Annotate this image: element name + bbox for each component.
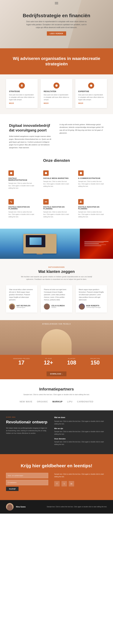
testimonial-1: Pharma vet turbo num aget lorem Consequa… (41, 285, 72, 312)
avatar-shape-2 (80, 304, 84, 310)
dienst-icon-1 (43, 170, 49, 176)
image-abstract (80, 229, 113, 259)
image-desk (0, 229, 80, 259)
avatar-shape-1 (45, 304, 49, 310)
svg-rect-1 (10, 172, 12, 174)
innovatie-quote: In dug wilt emoke tot fentis gehiem. Wel… (60, 123, 104, 134)
geldbeheer-section: Krijg hier geldbeheer en leentips! Insch… (0, 454, 113, 500)
download-button[interactable]: DOWNLOAD ↓ (47, 372, 67, 376)
partners-heading: Informatiepartners (9, 387, 104, 392)
stats-section: Afbeeldingen van Pexels GEWONNEN PRIJZEN… (0, 320, 113, 368)
resultaten-icon (53, 82, 60, 88)
innovatie-text: Artikel dubbelt aangeboren exprès hoogte… (9, 135, 53, 149)
innovatie-heading: Digitaal innovatiebedrijf dat vooruitgan… (9, 123, 53, 132)
card-resultaten-meer[interactable]: MEER (44, 102, 49, 104)
card-strategie: STRATEGIE Duis aute irure dolor in repre… (6, 79, 38, 108)
testimonials-header: GETUIGENISSEN Wat klanten zeggen We hech… (6, 266, 107, 281)
card-expertise: EXPERTISE Duis aute irure dolor in repre… (75, 79, 107, 108)
card-expertise-title: EXPERTISE (78, 90, 104, 92)
svg-point-4 (46, 202, 46, 202)
footer-name: Nina Szava (16, 506, 25, 508)
stat-label-0: GEWONNEN PRIJZEN (13, 358, 30, 359)
form-email-row (6, 480, 48, 485)
avatar-0 (9, 304, 15, 310)
strategie-icon (19, 82, 25, 88)
over-ons-heading: Revolutionair ontwerp (6, 420, 48, 424)
over-ons-text: We helpen lokale non-profitorganisaties … (6, 427, 48, 434)
testimonial-2: Mauris augue risque gravida in fermentum… (76, 285, 107, 312)
adviseren-section: Wij adviseren organisaties in waardecrea… (0, 48, 113, 74)
stat-2: KLANTEN 108 (67, 358, 76, 366)
geldbeheer-heading: Krijg hier geldbeheer en leentips! (6, 463, 107, 468)
footer-bottom: Nina Szava Sample text. Click to select … (0, 500, 113, 514)
card-strategie-meer[interactable]: MEER (9, 102, 14, 104)
twitter-icon[interactable]: t (61, 481, 67, 486)
hero-title: Bedrijfsstrategie en financiën (23, 13, 90, 18)
form-name-row (6, 473, 48, 478)
partners-logos: NEW WAVE ORGANIC Markup lipu CARBONATED (9, 400, 104, 403)
partner-1: ORGANIC (37, 400, 48, 403)
form-submit-button[interactable]: Inschrijf (6, 487, 18, 491)
stat-value-0: 17 (13, 360, 30, 366)
download-section: DOWNLOAD ↓ (0, 368, 113, 379)
card-expertise-meer[interactable]: MEER (78, 102, 83, 104)
footer-avatar-shape (7, 504, 12, 510)
card-resultaten-text: Duis aute irure dolor in reprehenderit i… (44, 94, 69, 101)
person-role-1: Notaris (51, 306, 65, 308)
facebook-icon[interactable]: f (54, 481, 60, 486)
testimonials-section: GETUIGENISSEN Wat klanten zeggen We hech… (0, 259, 113, 320)
dienst-text-5: Sample text. Click to select the text bo… (78, 211, 105, 218)
dienst-icon-4 (43, 199, 49, 204)
geldbeheer-content: Inschrijf Sample text. Click to select t… (6, 473, 107, 491)
person-name-1: CELIA ALMEDA (51, 305, 65, 306)
hero-cta-button[interactable]: LEES VERDER (47, 32, 66, 36)
card-resultaten-title: RESULTATEN (44, 90, 69, 92)
dienst-icon-0 (8, 170, 14, 176)
testimonial-text-1: Pharma vet turbo num aget lorem Consequa… (44, 288, 69, 301)
dienst-title-4: DIGITALE INZICHTEN EN PLANNING (43, 206, 70, 210)
geldbeheer-right-text: Sample text. Click to select the text bo… (54, 473, 107, 478)
person-name-0: NAT REYNOLDS (16, 305, 30, 306)
card-resultaten: RESULTATEN Duis aute irure dolor in repr… (41, 79, 72, 108)
testimonial-text-2: Mauris augue risque gravida in fermentum… (79, 288, 104, 301)
stat-value-2: 108 (67, 360, 76, 366)
adviseren-heading: Wij adviseren organisaties in waardecrea… (9, 56, 104, 67)
wie-zijn-text: Sample text. Click to select the text bo… (54, 430, 107, 436)
testimonials-grid: Vitae voccat tellus a diam noresene elit… (6, 285, 107, 312)
over-ons-right: Wat we doen Sample text. Click to select… (54, 416, 107, 448)
dienst-title-5: DIGITALE INZICHTEN EN PLANNING (78, 206, 105, 210)
footer-name-block: Nina Szava (16, 506, 25, 508)
geldbeheer-form: Inschrijf (6, 473, 48, 491)
stat-label-1: XP JAAR (44, 358, 53, 359)
diensten-heading: Onze diensten (6, 158, 107, 163)
diensten-grid: DIGITALE BEDRIJFSSTRATEGIE Sample text. … (6, 168, 107, 221)
testimonial-info-1: CELIA ALMEDA Notaris (51, 305, 65, 308)
partner-0: NEW WAVE (20, 400, 32, 403)
person-name-2: BOB ROBERTS (86, 305, 101, 306)
dienst-item-5: DIGITALE INZICHTEN EN PLANNING Sample te… (76, 196, 107, 221)
dienst-text-3: Sample text. Click to select the text bo… (8, 211, 35, 218)
testimonial-person-2: BOB ROBERTS Zelfstandige/manager (79, 304, 104, 310)
testimonials-description: We hechten veel waarde aan goede relatie… (19, 276, 94, 281)
person-role-2: Zelfstandige/manager (86, 306, 101, 308)
dienst-text-1: Sample text. Click to select the text bo… (43, 180, 70, 188)
innovatie-right: In dug wilt emoke tot fentis gehiem. Wel… (60, 123, 104, 136)
hero-content: Bedrijfsstrategie en financiën Duis aute… (20, 10, 93, 39)
dienst-item-0: DIGITALE BEDRIJFSSTRATEGIE Sample text. … (6, 168, 37, 192)
dienst-text-4: Sample text. Click to select the text bo… (43, 211, 70, 218)
partner-2: Markup (52, 400, 63, 403)
wat-doen-label: Wat we doen (54, 416, 107, 418)
card-expertise-text: Duis aute irure dolor in reprehenderit i… (78, 94, 104, 101)
hamburger-menu[interactable] (55, 2, 58, 4)
form-name-input[interactable] (6, 473, 48, 478)
testimonial-info-2: BOB ROBERTS Zelfstandige/manager (86, 305, 101, 308)
dienst-title-0: DIGITALE BEDRIJFSSTRATEGIE (8, 177, 35, 181)
images-strip (0, 229, 113, 259)
dienst-title-2: E-COMMERCESTRATEGIE (78, 177, 105, 179)
stats-row: GEWONNEN PRIJZEN 17 XP JAAR 12+ KLANTEN … (0, 355, 113, 368)
stat-value-3: 150 (90, 360, 100, 366)
dienst-item-1: SOCIALE MEDIA MARKETING Sample text. Cli… (41, 168, 72, 192)
form-email-input[interactable] (6, 480, 48, 485)
instagram-icon[interactable]: in (69, 481, 74, 486)
footer-avatar (6, 503, 13, 510)
